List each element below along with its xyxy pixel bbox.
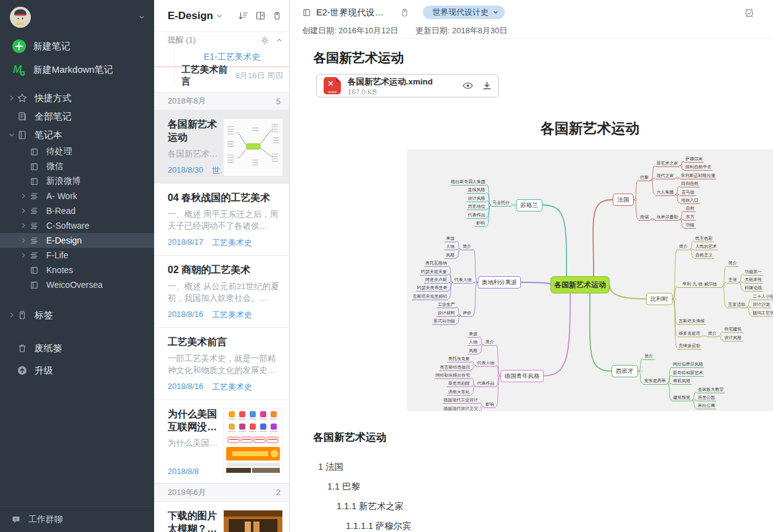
chevron-right-icon[interactable] [7, 312, 16, 318]
chevron-right-icon[interactable] [19, 237, 28, 243]
gear-icon[interactable] [260, 36, 269, 45]
sidebar-item-笔记本[interactable]: 笔记本 [0, 126, 154, 144]
upgrade-icon [16, 366, 28, 375]
note-list-item[interactable]: 各国新艺术运动各国新艺术…2018/8/30世… [154, 110, 289, 184]
mindmap-topic-label: 自然 [684, 205, 696, 212]
sidebar-item-新浪微博[interactable]: 新浪微博 [0, 174, 154, 189]
document-title[interactable]: E2-世界现代设… [316, 7, 384, 18]
chevron-right-icon[interactable] [7, 95, 16, 101]
reminder-gutter [154, 67, 175, 84]
sidebar: 新建笔记M新建Markdown笔记快捷方式全部笔记笔记本待处理微信新浪微博A- … [0, 0, 154, 532]
chevron-right-icon[interactable] [19, 208, 28, 214]
tag-outline-icon[interactable] [400, 8, 409, 17]
outline-line: 1 法国 [318, 461, 411, 473]
note-list-item[interactable]: 04 春秋战国的工艺美术一、概述 周平王东迁之后，周天子已经调动不了各诸侯…20… [154, 184, 289, 256]
updated-date: 更新日期: 2018年8月30日 [415, 25, 507, 36]
sidebar-item-label: 新建笔记 [33, 41, 70, 52]
note-tag: 工艺美术史 [212, 309, 252, 321]
sidebar-footer-workchat[interactable]: 工作群聊 [0, 506, 154, 532]
avatar[interactable] [10, 7, 31, 28]
note-list-item[interactable]: 工艺美术前言一部工艺美术史，就是一部精神文化和物质文化的发展史…2018/8/1… [154, 328, 289, 400]
notebook-icon [16, 130, 28, 140]
mindmap-topic-label: 代表作品 [467, 212, 486, 219]
download-icon[interactable] [482, 81, 492, 91]
sort-desc-icon[interactable] [238, 10, 248, 21]
chevron-up-icon[interactable] [276, 36, 283, 44]
notes-group-header: 2018年6月2 [154, 483, 289, 502]
note-title: 工艺美术前言 [168, 336, 283, 349]
tag-pill[interactable]: 世界现代设计史 [423, 6, 505, 19]
group-label: 2018年8月 [168, 96, 206, 107]
chevron-right-icon[interactable] [19, 223, 28, 229]
note-date: 2018/8/30 [168, 165, 203, 176]
reminder-section-header[interactable]: 提醒 (1) [154, 32, 289, 48]
note-groups: 2018年8月5各国新艺术运动各国新艺术…2018/8/30世…04 春秋战国的… [154, 92, 289, 532]
attachment-card[interactable]: ✕ xmind 各国新艺术运动.xmind 167.0 KB [316, 74, 499, 97]
mindmap-topic-label: 主要活动 [727, 301, 746, 308]
mindmap-topic-label: 简介 [677, 243, 689, 250]
reminder-notebook-label: E1-工艺美术史 [175, 52, 289, 63]
sidebar-item-微信[interactable]: 微信 [0, 159, 154, 174]
mindmap-topic-label: 设计材料 [436, 310, 456, 317]
columns-icon[interactable] [255, 10, 266, 21]
reminder-row-note[interactable]: 工艺美术前言 8月16日 周四 [154, 67, 289, 84]
sidebar-item-标签[interactable]: 标签 [0, 306, 154, 324]
sidebar-item-新建Markdown笔记[interactable]: M新建Markdown笔记 [0, 58, 154, 81]
stack-icon [28, 250, 40, 260]
note-list-panel: E-Design 提醒 (1) E1-工艺美术史 工艺美术前言 8月16日 周四… [154, 0, 290, 532]
sidebar-item-废纸篓[interactable]: 废纸篓 [0, 339, 154, 358]
mindmap-topic-label: 魏玛工艺学校 [751, 310, 773, 317]
note-summary: 一、概述 周平王东迁之后，周天子已经调动不了各诸侯… [168, 208, 283, 232]
chevron-down-icon[interactable] [7, 131, 16, 139]
eye-icon[interactable] [462, 81, 473, 90]
mindmap-topic-label: 简介 [706, 330, 718, 337]
note-list-header: E-Design [154, 0, 289, 32]
note-list-item[interactable]: 下载的图片太模糊？8 个…下载的图片…2018/6/28图… [154, 502, 289, 532]
mindmap-topic-label: 科隆论战 [743, 285, 763, 292]
sidebar-item-label: B-Read [46, 206, 75, 216]
sidebar-item-全部笔记[interactable]: 全部笔记 [0, 107, 154, 126]
stack-icon [28, 191, 40, 201]
sidebar-item-待处理[interactable]: 待处理 [0, 144, 154, 159]
mindmap-topic-label: 居里公园 [697, 395, 716, 401]
sidebar-item-A- Work[interactable]: A- Work [0, 189, 154, 203]
mindmap-branch-node: 奥地利分离派 [478, 276, 521, 289]
note-meta: 2018/8/30世… [168, 160, 218, 176]
mindmap-topic-label: 风格 [444, 252, 456, 259]
mindmap-topic-label: 来源 [444, 235, 456, 242]
note-thumbnail [223, 510, 283, 532]
attachment-info: 各国新艺术运动.xmind 167.0 KB [348, 76, 454, 96]
note-list-item[interactable]: 02 商朝的工艺美术一、概述 从公元前21世纪的夏初，我国加入奴隶社会。…201… [154, 256, 289, 328]
mindmap-topic-label: 马金托什 [491, 200, 511, 207]
sidebar-item-C-Software[interactable]: C-Software [0, 218, 154, 233]
chevron-right-icon[interactable] [19, 193, 28, 199]
sidebar-item-WeicoOversea[interactable]: WeicoOversea [0, 277, 154, 292]
note-title: 下载的图片太模糊？8 个… [168, 510, 218, 532]
mindmap-topic-label: 主张 [727, 277, 738, 284]
sidebar-item-新建笔记[interactable]: 新建笔记 [0, 35, 154, 58]
folder-title[interactable]: E-Design [168, 10, 213, 22]
mindmap-topic-label: 功能第一 [743, 269, 763, 276]
attachment-name: 各国新艺术运动.xmind [348, 76, 454, 88]
tag-outline-icon[interactable] [272, 11, 282, 20]
sidebar-item-升级[interactable]: 升级 [0, 361, 154, 380]
mindmap-topic-label: 亨利·凡·德·威尔德 [677, 281, 722, 288]
note-thumbnail [223, 408, 283, 476]
sidebar-item-label: A- Work [46, 191, 77, 201]
sidebar-item-Knotes[interactable]: Knotes [0, 263, 154, 277]
trash-icon [16, 343, 28, 353]
alarm-check-icon[interactable] [744, 7, 755, 18]
chevron-right-icon[interactable] [19, 252, 28, 258]
sidebar-item-B-Read[interactable]: B-Read [0, 203, 154, 218]
mindmap-topic-label: 直线风格 [467, 187, 486, 194]
stack-icon [28, 206, 40, 216]
sidebar-item-快捷方式[interactable]: 快捷方式 [0, 89, 154, 107]
mindmap-topic-label: 自然主义 [694, 252, 714, 259]
sidebar-item-E-Design[interactable]: E-Design [0, 233, 154, 248]
chevron-down-icon[interactable] [216, 12, 223, 20]
mindmap-topic-label: 东方 [684, 214, 696, 221]
note-title: 各国新艺术运动 [168, 118, 218, 144]
sidebar-item-F-Life[interactable]: F-Life [0, 248, 154, 263]
sidebar-collapse-icon[interactable] [138, 14, 145, 21]
note-list-item[interactable]: 为什么美国互联网没有“…为什么美国…2018/8/8 [154, 400, 289, 483]
